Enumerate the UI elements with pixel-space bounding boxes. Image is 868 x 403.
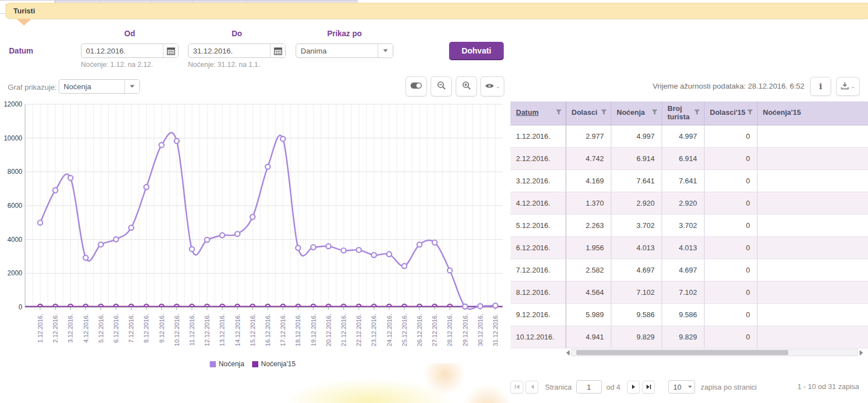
svg-text:7.12.2016.: 7.12.2016.	[128, 314, 134, 343]
column-header-1[interactable]: Dolasci	[566, 101, 611, 125]
prev-page-button[interactable]	[525, 381, 538, 394]
cell-value: 0	[704, 281, 757, 303]
scroll-left-arrow[interactable]	[566, 350, 570, 356]
calendar-icon[interactable]	[163, 44, 178, 57]
cell-value: 2.920	[662, 192, 704, 214]
svg-text:17.12.2016.: 17.12.2016.	[279, 314, 286, 346]
cell-value: 0	[704, 192, 757, 214]
svg-text:21.12.2016.: 21.12.2016.	[340, 314, 347, 346]
cell-value: 4.564	[566, 281, 611, 303]
next-page-button[interactable]	[627, 381, 640, 394]
toggle-view-button[interactable]	[406, 76, 427, 96]
cell-value: 2.582	[566, 259, 611, 281]
per-page-label: zapisa po stranici	[701, 383, 756, 391]
prikaz-po-select[interactable]: Danima	[296, 43, 393, 58]
fetch-button[interactable]: Dohvati	[449, 42, 504, 59]
cell-value: 3.702	[611, 214, 662, 236]
page-count-label: od 4	[606, 383, 620, 391]
svg-text:4.12.2016.: 4.12.2016.	[83, 314, 89, 343]
table-horizontal-scrollbar[interactable]	[566, 348, 863, 357]
svg-text:27.12.2016.: 27.12.2016.	[431, 314, 438, 346]
svg-text:13.12.2016.: 13.12.2016.	[219, 314, 225, 346]
download-menu-button[interactable]: ⌄	[836, 77, 860, 96]
table-row[interactable]: 8.12.2016.4.5647.1027.1020	[510, 281, 868, 303]
chevron-down-icon[interactable]	[124, 80, 139, 93]
table-row[interactable]: 4.12.2016.1.3702.9202.9200	[510, 192, 868, 214]
cell-value: 4.997	[611, 125, 662, 147]
column-header-2[interactable]: Noćenja	[611, 101, 662, 125]
table-row[interactable]: 9.12.2016.5.9899.5869.5860	[510, 303, 868, 326]
scrollbar-thumb[interactable]	[576, 350, 788, 355]
table-row[interactable]: 1.12.2016.2.9774.9974.9970	[510, 125, 868, 147]
svg-text:10000: 10000	[4, 134, 23, 142]
cell-value: 4.697	[611, 259, 662, 281]
zoom-out-button[interactable]	[431, 76, 452, 96]
page-number-input[interactable]	[576, 380, 602, 394]
page-size-select[interactable]: 10	[668, 380, 695, 394]
column-header-5[interactable]: Noćenja'15	[757, 101, 868, 125]
zoom-out-icon	[437, 81, 446, 93]
last-page-button[interactable]	[642, 381, 655, 394]
visibility-menu-button[interactable]: ⌄	[480, 76, 504, 96]
cell-value: 1.956	[566, 236, 611, 259]
info-button[interactable]: i	[810, 77, 831, 96]
cell-value	[757, 326, 868, 348]
column-header-0[interactable]: Datum	[510, 101, 566, 125]
cell-value	[757, 303, 868, 326]
cell-date: 1.12.2016.	[510, 125, 566, 147]
date-to-field[interactable]: 31.12.2016.	[188, 43, 286, 58]
cell-date: 2.12.2016.	[510, 147, 566, 169]
cell-value: 4.013	[611, 236, 662, 259]
calendar-icon[interactable]	[270, 44, 285, 57]
table-row[interactable]: 6.12.2016.1.9564.0134.0130	[510, 236, 868, 259]
table-row[interactable]: 2.12.2016.4.7426.9146.9140	[510, 147, 868, 169]
date-to-hint: Noćenje: 31.12. na 1.1.	[188, 61, 260, 69]
cell-date: 10.12.2016.	[510, 326, 566, 348]
filter-icon[interactable]	[601, 109, 607, 115]
date-from-hint: Noćenje: 1.12. na 2.12.	[81, 61, 153, 69]
chevron-down-icon[interactable]	[378, 44, 393, 57]
column-header-4[interactable]: Dolasci'15	[704, 101, 757, 125]
legend-item[interactable]: Noćenja'15	[252, 360, 296, 368]
date-from-field[interactable]: 01.12.2016.	[81, 43, 179, 58]
date-from-value[interactable]: 01.12.2016.	[81, 44, 163, 57]
date-to-value[interactable]: 31.12.2016.	[189, 44, 270, 57]
cell-date: 3.12.2016.	[510, 169, 566, 192]
download-icon	[841, 81, 849, 92]
cell-date: 7.12.2016.	[510, 259, 566, 281]
filter-icon[interactable]	[556, 109, 562, 115]
pagination-bar: Stranica od 4 10 zapisa po stranici 1 - …	[510, 379, 868, 395]
prikaz-po-label: Prikaz po	[296, 29, 393, 38]
svg-text:5.12.2016.: 5.12.2016.	[98, 314, 104, 343]
table-row[interactable]: 5.12.2016.2.2633.7023.7020	[510, 214, 868, 236]
legend-swatch	[210, 361, 216, 367]
cell-value: 4.742	[566, 147, 611, 169]
zoom-in-icon	[462, 81, 471, 93]
first-page-button[interactable]	[510, 381, 523, 394]
filter-icon[interactable]	[747, 109, 753, 115]
chart-legend: NoćenjaNoćenja'15	[0, 360, 505, 368]
scroll-right-arrow[interactable]	[860, 350, 863, 356]
prikaz-po-value: Danima	[296, 44, 378, 57]
svg-text:15.12.2016.: 15.12.2016.	[249, 314, 256, 346]
zoom-in-button[interactable]	[456, 76, 477, 96]
graf-series-select[interactable]: Noćenja	[59, 79, 140, 94]
cell-value: 0	[704, 326, 757, 348]
scrollbar-track[interactable]	[571, 349, 858, 356]
chevron-down-icon[interactable]	[685, 381, 695, 393]
line-chart: 0200040006000800010000120001.12.2016.2.1…	[0, 100, 505, 375]
tab-turisti[interactable]: Turisti	[6, 3, 868, 19]
svg-text:16.12.2016.: 16.12.2016.	[264, 314, 271, 346]
table-row[interactable]: 7.12.2016.2.5824.6974.6970	[510, 259, 868, 281]
filter-icon[interactable]	[652, 109, 658, 115]
cell-value	[757, 281, 868, 303]
table-row[interactable]: 10.12.2016.4.9419.8299.8290	[510, 326, 868, 348]
table-row[interactable]: 3.12.2016.4.1697.6417.6410	[510, 169, 868, 192]
column-header-3[interactable]: Broj turista	[662, 101, 704, 125]
legend-item[interactable]: Noćenja	[210, 360, 244, 368]
cell-value	[757, 259, 868, 281]
filter-icon[interactable]	[694, 109, 700, 115]
graf-prikazuje-label: Graf prikazuje:	[8, 83, 57, 91]
cell-date: 6.12.2016.	[510, 236, 566, 259]
cell-value: 6.914	[662, 147, 704, 169]
